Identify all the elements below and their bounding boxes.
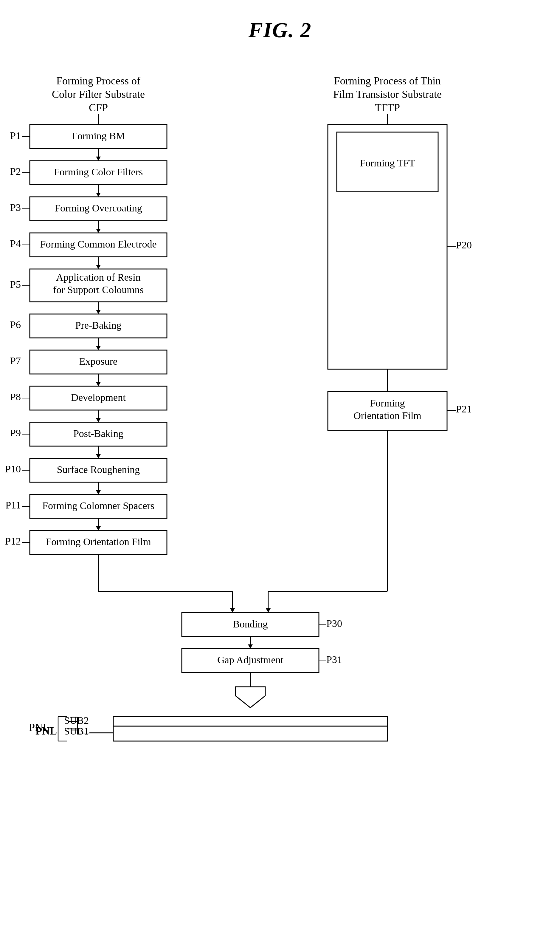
svg-marker-25 — [96, 229, 101, 233]
svg-marker-56 — [96, 418, 101, 422]
svg-rect-45 — [30, 350, 167, 374]
svg-text:Forming Common Electrode: Forming Common Electrode — [40, 239, 157, 250]
svg-text:Orientation Film: Orientation Film — [354, 410, 422, 421]
svg-text:Forming Process of: Forming Process of — [56, 75, 140, 87]
svg-text:Pre-Baking: Pre-Baking — [75, 320, 122, 331]
svg-rect-57 — [30, 422, 167, 446]
svg-text:P21: P21 — [456, 404, 472, 415]
svg-marker-103 — [248, 644, 253, 649]
svg-text:PNL: PNL — [29, 721, 49, 733]
svg-text:Forming Overcoating: Forming Overcoating — [55, 202, 142, 214]
svg-rect-26 — [30, 233, 167, 257]
svg-text:Exposure: Exposure — [79, 356, 117, 367]
svg-text:P6: P6 — [10, 319, 21, 330]
svg-text:SUB2: SUB2 — [64, 715, 89, 726]
svg-text:P12: P12 — [5, 536, 21, 547]
svg-text:Forming TFT: Forming TFT — [360, 157, 415, 168]
svg-text:Application of Resin: Application of Resin — [56, 272, 140, 283]
svg-rect-84 — [328, 391, 447, 430]
svg-rect-51 — [30, 386, 167, 410]
svg-marker-96 — [230, 608, 235, 613]
svg-marker-68 — [96, 490, 101, 495]
svg-text:Gap Adjustment: Gap Adjustment — [217, 654, 283, 665]
svg-rect-79 — [328, 125, 447, 369]
svg-text:Post-Baking: Post-Baking — [73, 428, 123, 439]
svg-text:P20: P20 — [456, 239, 472, 251]
svg-rect-80 — [337, 132, 438, 192]
svg-text:P3: P3 — [10, 202, 21, 213]
svg-text:Bonding: Bonding — [233, 618, 268, 630]
svg-rect-14 — [30, 161, 167, 185]
svg-marker-97 — [266, 608, 271, 613]
svg-text:CFP: CFP — [89, 102, 108, 114]
svg-text:Color Filter Substrate: Color Filter Substrate — [52, 88, 145, 100]
svg-marker-44 — [96, 346, 101, 350]
svg-text:Forming Orientation Film: Forming Orientation Film — [46, 536, 151, 547]
svg-text:Forming Color Filters: Forming Color Filters — [54, 166, 143, 177]
svg-text:P2: P2 — [10, 166, 21, 177]
svg-text:P1: P1 — [10, 130, 21, 141]
svg-rect-8 — [30, 125, 167, 148]
svg-rect-69 — [30, 495, 167, 518]
svg-text:Development: Development — [71, 392, 126, 403]
svg-text:P11: P11 — [5, 499, 21, 510]
svg-text:Forming BM: Forming BM — [72, 130, 125, 141]
svg-rect-20 — [30, 197, 167, 221]
svg-text:Forming: Forming — [370, 398, 405, 408]
svg-text:for Support Coloumns: for Support Coloumns — [53, 284, 144, 295]
svg-rect-104 — [182, 649, 319, 672]
svg-text:TFTP: TFTP — [375, 102, 400, 114]
svg-marker-13 — [96, 157, 101, 161]
svg-text:Surface Roughening: Surface Roughening — [57, 464, 140, 475]
svg-text:P9: P9 — [10, 427, 21, 438]
svg-rect-75 — [30, 530, 167, 555]
svg-text:Film Transistor Substrate: Film Transistor Substrate — [333, 88, 442, 100]
svg-marker-38 — [96, 310, 101, 314]
svg-text:P4: P4 — [10, 238, 21, 249]
svg-text:P10: P10 — [5, 464, 21, 475]
svg-text:SUB1: SUB1 — [64, 726, 89, 737]
svg-rect-63 — [30, 458, 167, 482]
svg-marker-74 — [96, 526, 101, 530]
svg-marker-19 — [96, 193, 101, 197]
svg-text:P7: P7 — [10, 355, 21, 366]
svg-rect-98 — [182, 613, 319, 636]
svg-rect-39 — [30, 314, 167, 338]
svg-rect-32 — [30, 269, 167, 302]
svg-marker-50 — [96, 382, 101, 386]
svg-marker-31 — [96, 265, 101, 269]
svg-text:Forming Process of Thin: Forming Process of Thin — [334, 75, 441, 87]
svg-text:P30: P30 — [326, 618, 342, 629]
svg-text:PNL: PNL — [35, 725, 57, 737]
svg-marker-109 — [235, 687, 265, 708]
svg-text:Forming Colomner Spacers: Forming Colomner Spacers — [42, 500, 154, 511]
page-title: FIG. 2 — [0, 0, 560, 55]
svg-rect-110 — [113, 717, 388, 726]
svg-text:P31: P31 — [326, 654, 342, 665]
svg-text:P5: P5 — [10, 279, 21, 290]
svg-rect-111 — [113, 726, 388, 741]
svg-marker-62 — [96, 454, 101, 458]
svg-text:P8: P8 — [10, 391, 21, 402]
